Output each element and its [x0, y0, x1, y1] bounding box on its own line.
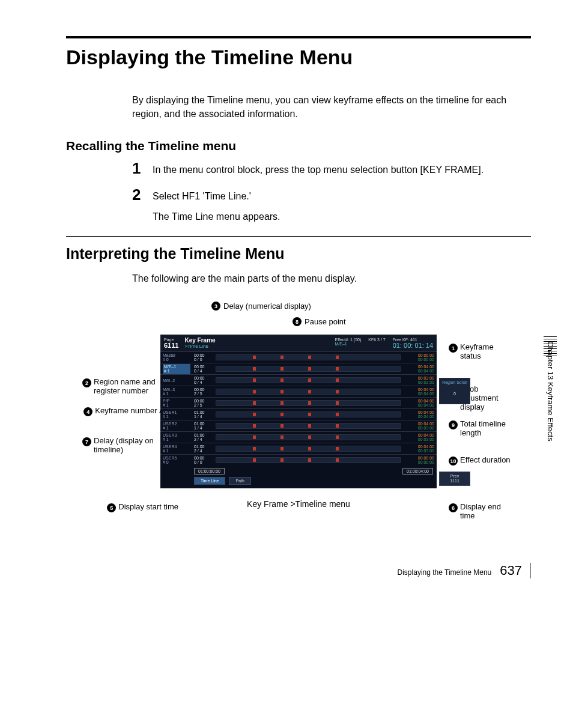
hdr-free: Free KF: 461 [393, 338, 433, 342]
figure: 3 Delay (numerical display) 8 Pause poin… [82, 301, 515, 509]
timeline-row: M/E–200:000 / 400:03:0000:03:00 [160, 374, 437, 386]
callout-badge-8: 8 [293, 317, 302, 326]
callout-badge-6: 6 [449, 503, 458, 512]
callout-badge-4: 4 [83, 407, 92, 416]
footer-title: Displaying the Timeline Menu [398, 568, 492, 577]
page-title: Displaying the Timeline Menu [66, 46, 531, 69]
callout-badge-3: 3 [211, 302, 220, 311]
timeline-row: M/E–3# 100:002 / 500:04:0000:04:00 [160, 386, 437, 397]
rule-mid [66, 236, 531, 237]
page-footer: Displaying the Timeline Menu 637 [66, 563, 531, 578]
prev-button[interactable]: Prev 1111 [439, 472, 470, 487]
tab-timeline[interactable]: Time Line [194, 477, 225, 485]
intro-text: By displaying the Timeline menu, you can… [132, 93, 531, 121]
callout-badge-7: 7 [82, 437, 91, 446]
rule-top [66, 36, 531, 38]
callout-badge-9: 9 [449, 420, 458, 429]
callout-badge-1: 1 [449, 344, 458, 353]
step-2-text: Select HF1 'Time Line.' [153, 189, 280, 204]
hdr-me: M/E–1 [335, 342, 361, 346]
callout-badge-10: 10 [449, 457, 458, 466]
timeline-row: USER4# 101:002 / 400:04:0000:03:00 [160, 443, 437, 454]
callout-10: Effect duration [460, 456, 511, 465]
hdr-kf: KF# 3 / 7 [368, 338, 385, 349]
callout-5: Display start time [118, 503, 178, 512]
interpret-intro: The following are the main parts of the … [132, 273, 531, 284]
timeline-row: Master# 000:000 / 000:00:0000:00:00 [160, 351, 437, 363]
callout-9: Total timeline length [460, 420, 515, 438]
timeline-row: USER1# 101:001 / 400:04:0000:04:00 [160, 408, 437, 420]
hdr-page-num: 6111 [164, 342, 178, 349]
page-number: 637 [500, 563, 522, 578]
hdr-effect: Effect#: 1 (50) [335, 338, 361, 342]
step-2-number: 2 [132, 187, 143, 224]
callout-badge-5: 5 [107, 503, 116, 512]
end-timecode: 01:00:04:00 [402, 468, 433, 475]
hdr-sub: >Time Line [184, 344, 215, 349]
timeline-row: M/E–1# 100:000 / 400:04:0000:04:00 [160, 363, 437, 374]
callout-8: Pause point [305, 317, 346, 326]
hdr-title: Key Frame [184, 337, 215, 344]
hdr-tc: 01: 00: 01: 14 [393, 342, 433, 349]
callout-1: Keyframe status [460, 343, 515, 361]
tab-path[interactable]: Path [229, 477, 250, 485]
start-timecode: 01:00:00:00 [194, 468, 225, 475]
step-2-result: The Time Line menu appears. [153, 210, 280, 224]
callout-badge-2: 2 [82, 378, 91, 387]
timeline-menu-screenshot: Page 6111 Key Frame >Time Line Effect#: … [160, 335, 437, 488]
callout-3: Delay (numerical display) [223, 302, 311, 311]
timeline-row: USER5# 000:000 / 000:00:0000:00:00 [160, 454, 437, 466]
heading-interpret: Interpreting the Timeline Menu [66, 245, 531, 262]
heading-recall: Recalling the Timeline menu [66, 139, 531, 153]
timeline-row: P/P# 100:002 / 500:04:0000:04:00 [160, 397, 437, 408]
chapter-tab: Chapter 13 Keyframe Effects [546, 336, 555, 441]
timeline-row: USER2# 101:001 / 400:04:0000:03:00 [160, 420, 437, 431]
hdr-page-label: Page [164, 338, 174, 342]
step-1-text: In the menu control block, press the top… [153, 160, 484, 177]
timeline-row: USER3# 101:002 / 400:04:0000:03:00 [160, 431, 437, 443]
callout-6: Display end time [460, 503, 515, 521]
step-1-number: 1 [132, 160, 143, 177]
knob-display: Region Scroll 0 [439, 378, 470, 404]
